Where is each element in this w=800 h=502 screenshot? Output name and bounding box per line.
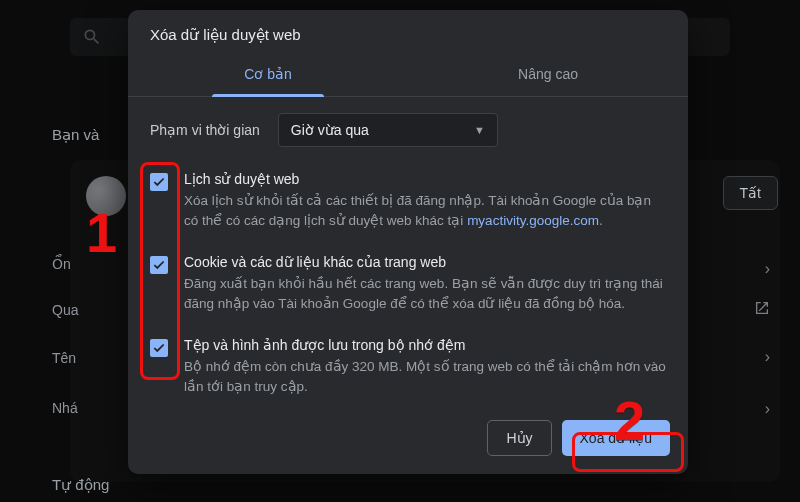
checkbox-cached[interactable] <box>150 339 168 357</box>
checkbox-browsing-history[interactable] <box>150 173 168 191</box>
check-icon <box>152 175 166 189</box>
check-icon <box>152 258 166 272</box>
chevron-right-icon: › <box>765 260 770 278</box>
tab-basic[interactable]: Cơ bản <box>128 54 408 96</box>
time-range-value: Giờ vừa qua <box>291 122 369 138</box>
bg-tat-button[interactable]: Tất <box>723 176 778 210</box>
chevron-down-icon: ▼ <box>474 124 485 136</box>
dialog-tabs: Cơ bản Nâng cao <box>128 54 688 97</box>
dialog-actions: Hủy Xóa dữ liệu <box>128 412 688 468</box>
bg-side-2: Qua <box>52 302 78 318</box>
item-cached: Tệp và hình ảnh được lưu trong bộ nhớ đệ… <box>150 327 666 410</box>
clear-browsing-data-dialog: Xóa dữ liệu duyệt web Cơ bản Nâng cao Ph… <box>128 10 688 474</box>
bg-side-4: Nhá <box>52 400 78 416</box>
item-desc: Bộ nhớ đệm còn chưa đầy 320 MB. Một số t… <box>184 357 666 396</box>
tab-advanced[interactable]: Nâng cao <box>408 54 688 96</box>
item-cookies: Cookie và các dữ liệu khác của trang web… <box>150 244 666 327</box>
open-external-icon <box>754 300 770 316</box>
bg-side-3: Tên <box>52 350 76 366</box>
chevron-right-icon: › <box>765 400 770 418</box>
search-icon <box>82 27 102 47</box>
cancel-button[interactable]: Hủy <box>487 420 551 456</box>
checkbox-cookies[interactable] <box>150 256 168 274</box>
item-title: Tệp và hình ảnh được lưu trong bộ nhớ đệ… <box>184 337 666 353</box>
myactivity-link[interactable]: myactivity.google.com <box>467 213 599 228</box>
clear-items-list: Lịch sử duyệt web Xóa lịch sử khỏi tất c… <box>128 155 688 412</box>
dialog-title: Xóa dữ liệu duyệt web <box>128 10 688 54</box>
time-range-label: Phạm vi thời gian <box>150 122 260 138</box>
item-desc: Xóa lịch sử khỏi tất cả các thiết bị đã … <box>184 191 666 230</box>
bg-you-label: Bạn và <box>52 126 99 144</box>
time-range-row: Phạm vi thời gian Giờ vừa qua ▼ <box>128 97 688 155</box>
check-icon <box>152 341 166 355</box>
bg-side-1: Ổn <box>52 256 71 272</box>
item-browsing-history: Lịch sử duyệt web Xóa lịch sử khỏi tất c… <box>150 161 666 244</box>
avatar <box>86 176 126 216</box>
item-title: Cookie và các dữ liệu khác của trang web <box>184 254 666 270</box>
item-desc: Đăng xuất bạn khỏi hầu hết các trang web… <box>184 274 666 313</box>
chevron-right-icon: › <box>765 348 770 366</box>
time-range-select[interactable]: Giờ vừa qua ▼ <box>278 113 498 147</box>
item-title: Lịch sử duyệt web <box>184 171 666 187</box>
bg-auto-label: Tự động <box>52 476 109 494</box>
clear-data-button[interactable]: Xóa dữ liệu <box>562 420 670 456</box>
